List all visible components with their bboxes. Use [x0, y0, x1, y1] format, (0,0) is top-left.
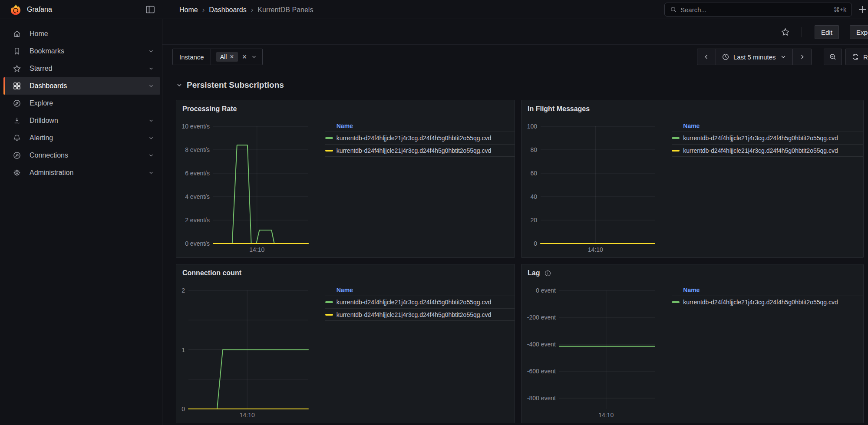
time-range-button[interactable]: Last 5 minutes — [716, 49, 792, 65]
legend-item[interactable]: kurrentdb-d24f4hljjcle21j4r3cg.d24f4h5g0… — [325, 308, 515, 321]
legend-name-header[interactable]: Name — [672, 120, 863, 132]
svg-text:14:10: 14:10 — [249, 246, 264, 253]
time-picker: Last 5 minutes — [697, 49, 812, 65]
chevron-down-icon[interactable] — [148, 118, 154, 124]
add-icon[interactable] — [857, 4, 868, 15]
row-persistent-subscriptions[interactable]: Persistent Subscriptions — [176, 80, 284, 90]
instance-filter: Instance All × × — [172, 49, 263, 65]
legend: Namekurrentdb-d24f4hljjcle21j4r3cg.d24f4… — [325, 120, 515, 157]
panel-title-bar[interactable]: In Flight Messages — [521, 100, 863, 113]
series-color-dash — [325, 301, 333, 303]
svg-text:4 event/s: 4 event/s — [185, 193, 210, 200]
chevron-down-icon[interactable] — [148, 83, 154, 89]
instance-filter-chip[interactable]: All × — [216, 52, 238, 62]
sidebar-item-administration[interactable]: Administration — [3, 164, 160, 181]
sidebar-item-label: Starred — [30, 65, 52, 72]
sidebar-item-drilldown[interactable]: Drilldown — [3, 112, 160, 129]
timeseries-chart[interactable]: 21014:10 — [181, 284, 311, 420]
sidebar-item-connections[interactable]: Connections — [3, 147, 160, 164]
dashboard-controls: Instance All × × Last 5 minutes — [162, 45, 868, 69]
legend-item[interactable]: kurrentdb-d24f4hljjcle21j4r3cg.d24f4h5g0… — [672, 144, 863, 157]
series-color-dash — [672, 150, 680, 152]
timeseries-chart[interactable]: 0 event-200 event-400 event-600 event-80… — [526, 284, 657, 420]
refresh-button[interactable]: Refresh — [845, 49, 868, 65]
svg-text:1: 1 — [182, 346, 185, 353]
star-dashboard-icon[interactable] — [781, 27, 790, 36]
main-content: Edit Export Instance All × × — [162, 19, 868, 425]
legend-item[interactable]: kurrentdb-d24f4hljjcle21j4r3cg.d24f4h5g0… — [672, 132, 863, 144]
bookmark-icon — [13, 47, 21, 56]
dashboard-toolbar: Edit Export — [162, 19, 868, 45]
panel-grid: Processing Rate 10 event/s8 event/s6 eve… — [176, 100, 864, 423]
grafana-logo[interactable] — [10, 3, 22, 16]
search-icon — [670, 6, 677, 13]
export-button[interactable]: Export — [850, 25, 868, 39]
series-color-dash — [325, 137, 333, 139]
svg-text:0: 0 — [534, 240, 537, 247]
time-forward-button[interactable] — [792, 49, 811, 65]
series-name: kurrentdb-d24f4hljjcle21j4r3cg.d24f4h5g0… — [337, 147, 491, 154]
chevron-down-icon[interactable] — [251, 54, 257, 60]
breadcrumb-dashboards[interactable]: Dashboards — [209, 6, 246, 14]
series-color-dash — [672, 137, 680, 139]
sidebar-item-home[interactable]: Home — [3, 25, 160, 43]
svg-text:-400 event: -400 event — [527, 341, 556, 348]
remove-filter-icon[interactable]: × — [230, 53, 234, 60]
legend-item[interactable]: kurrentdb-d24f4hljjcle21j4r3cg.d24f4h5g0… — [325, 132, 515, 144]
sidebar-item-label: Home — [30, 30, 48, 38]
svg-text:-800 event: -800 event — [527, 395, 556, 402]
svg-text:6 event/s: 6 event/s — [185, 170, 210, 177]
svg-text:20: 20 — [530, 217, 537, 224]
legend: Namekurrentdb-d24f4hljjcle21j4r3cg.d24f4… — [325, 284, 515, 321]
svg-text:100: 100 — [527, 123, 538, 130]
star-icon — [13, 64, 21, 73]
svg-text:0 event: 0 event — [536, 287, 556, 294]
breadcrumb-home[interactable]: Home — [179, 6, 198, 14]
sidebar-item-label: Explore — [30, 99, 53, 107]
timeseries-chart[interactable]: 10 event/s8 event/s6 event/s4 event/s2 e… — [181, 120, 311, 255]
panel-title-bar[interactable]: Processing Rate — [176, 100, 515, 113]
zoom-out-icon — [829, 53, 837, 61]
legend-name-header[interactable]: Name — [325, 284, 515, 296]
sidebar-item-bookmarks[interactable]: Bookmarks — [3, 43, 160, 60]
dock-sidebar-icon[interactable] — [145, 4, 155, 15]
search-shortcut: ⌘+k — [834, 6, 846, 13]
svg-text:40: 40 — [530, 193, 537, 200]
instance-filter-label[interactable]: Instance — [173, 49, 211, 65]
svg-text:14:10: 14:10 — [598, 412, 614, 418]
brand-title: Grafana — [27, 6, 52, 13]
legend-item[interactable]: kurrentdb-d24f4hljjcle21j4r3cg.d24f4h5g0… — [325, 296, 515, 308]
sidebar-item-dashboards[interactable]: Dashboards — [3, 77, 160, 95]
edit-button[interactable]: Edit — [815, 25, 839, 39]
chevron-down-icon[interactable] — [148, 48, 154, 54]
chevron-right-icon — [799, 53, 805, 60]
series-name: kurrentdb-d24f4hljjcle21j4r3cg.d24f4h5g0… — [337, 299, 491, 306]
svg-text:60: 60 — [530, 170, 537, 177]
legend-item[interactable]: kurrentdb-d24f4hljjcle21j4r3cg.d24f4h5g0… — [325, 144, 515, 157]
search-placeholder: Search... — [680, 6, 830, 13]
search-input[interactable]: Search... ⌘+k — [664, 3, 852, 16]
timeseries-chart[interactable]: 10080604020014:10 — [526, 120, 657, 255]
toolbar-divider — [846, 27, 846, 37]
chevron-down-icon[interactable] — [148, 170, 154, 176]
home-icon — [13, 30, 21, 38]
chevron-down-icon[interactable] — [148, 135, 154, 141]
chevron-down-icon[interactable] — [148, 152, 154, 158]
panel-title-bar[interactable]: Lag — [521, 264, 863, 277]
clear-filter-icon[interactable]: × — [242, 53, 247, 61]
panel-title-bar[interactable]: Connection count — [176, 264, 515, 277]
legend: Namekurrentdb-d24f4hljjcle21j4r3cg.d24f4… — [672, 120, 863, 157]
zoom-out-button[interactable] — [824, 49, 842, 65]
legend-name-header[interactable]: Name — [325, 120, 515, 132]
sidebar-item-starred[interactable]: Starred — [3, 60, 160, 77]
time-range-label: Last 5 minutes — [733, 53, 776, 61]
legend-name-header[interactable]: Name — [672, 284, 863, 296]
chevron-down-icon[interactable] — [148, 66, 154, 72]
legend-item[interactable]: kurrentdb-d24f4hljjcle21j4r3cg.d24f4h5g0… — [672, 296, 863, 308]
info-icon[interactable] — [544, 270, 551, 277]
sidebar-item-explore[interactable]: Explore — [3, 95, 160, 112]
time-back-button[interactable] — [697, 49, 716, 65]
sidebar-item-alerting[interactable]: Alerting — [3, 129, 160, 147]
svg-text:80: 80 — [530, 146, 537, 153]
panel-connection-count: Connection count 21014:10 Namekurrentdb-… — [176, 264, 515, 423]
